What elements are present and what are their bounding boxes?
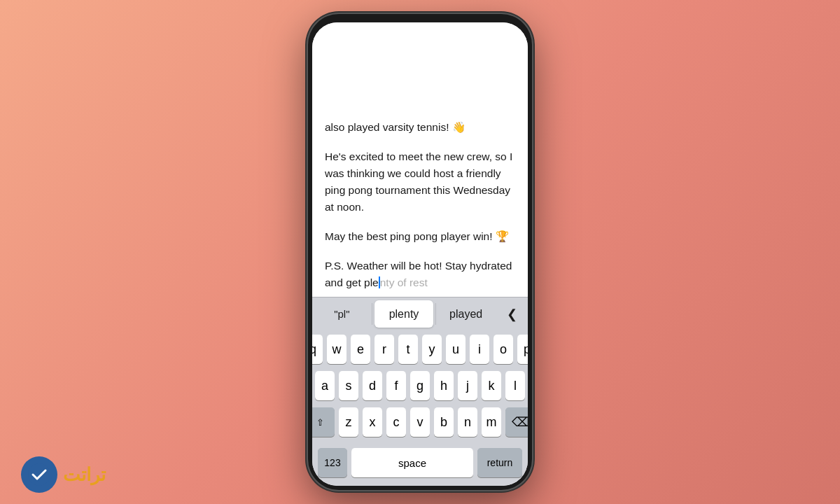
key-m[interactable]: m — [482, 407, 501, 437]
autocomplete-item-3[interactable]: played — [436, 298, 496, 330]
logo-text: تراتت — [63, 464, 106, 486]
autocomplete-item-1[interactable]: "pl" — [312, 298, 372, 330]
phone-container: also played varsity tennis! 👋 He's excit… — [294, 0, 546, 504]
key-c[interactable]: c — [386, 407, 406, 437]
phone-screen: also played varsity tennis! 👋 He's excit… — [312, 22, 528, 486]
message-paragraph-2: He's excited to meet the new crew, so I … — [325, 148, 515, 216]
keyboard-row-2: a s d f g h j k l — [315, 371, 525, 400]
key-space[interactable]: space — [351, 448, 473, 477]
key-l[interactable]: l — [505, 371, 525, 400]
keyboard-bottom-row: 123 space return — [315, 444, 525, 483]
key-n[interactable]: n — [458, 407, 477, 437]
keyboard: q w e r t y u i o p a s d f g — [312, 330, 528, 486]
key-d[interactable]: d — [363, 371, 382, 400]
key-a[interactable]: a — [315, 371, 335, 400]
autocomplete-item-2[interactable]: plenty — [374, 300, 434, 328]
message-paragraph-1: also played varsity tennis! 👋 — [325, 119, 515, 136]
key-w[interactable]: w — [327, 335, 346, 364]
key-v[interactable]: v — [410, 407, 430, 437]
key-b[interactable]: b — [434, 407, 454, 437]
key-shift[interactable]: ⇧ — [312, 407, 335, 437]
message-area: also played varsity tennis! 👋 He's excit… — [312, 22, 528, 297]
autocomplete-backspace[interactable]: ❮ — [496, 298, 528, 330]
key-backspace[interactable]: ⌫ — [505, 407, 528, 437]
autocomplete-divider-1 — [372, 303, 372, 325]
key-r[interactable]: r — [374, 335, 394, 364]
key-k[interactable]: k — [482, 371, 501, 400]
message-text-4: P.S. Weather will be hot! Stay hydrated … — [325, 260, 512, 288]
message-paragraph-4: P.S. Weather will be hot! Stay hydrated … — [325, 258, 515, 291]
key-g[interactable]: g — [410, 371, 430, 400]
backspace-icon: ❮ — [507, 307, 517, 322]
message-text-3: May the best ping pong player win! 🏆 — [325, 230, 509, 242]
key-j[interactable]: j — [458, 371, 477, 400]
key-h[interactable]: h — [434, 371, 454, 400]
key-return[interactable]: return — [477, 448, 522, 477]
key-o[interactable]: o — [493, 335, 513, 364]
key-q[interactable]: q — [312, 335, 323, 364]
autocomplete-bar: "pl" plenty played ❮ — [312, 297, 528, 330]
key-y[interactable]: y — [422, 335, 442, 364]
logo-icon — [21, 456, 57, 493]
message-paragraph-3: May the best ping pong player win! 🏆 — [325, 228, 515, 245]
phone-frame: also played varsity tennis! 👋 He's excit… — [308, 14, 532, 490]
key-z[interactable]: z — [339, 407, 358, 437]
key-u[interactable]: u — [446, 335, 465, 364]
key-i[interactable]: i — [470, 335, 489, 364]
autocomplete-ghost-text: nty of rest — [380, 276, 428, 288]
key-e[interactable]: e — [351, 335, 370, 364]
message-text-2: He's excited to meet the new crew, so I … — [325, 150, 512, 213]
key-f[interactable]: f — [386, 371, 406, 400]
logo-svg — [27, 463, 51, 486]
key-p[interactable]: p — [517, 335, 528, 364]
key-numbers[interactable]: 123 — [318, 448, 347, 477]
svg-point-0 — [28, 463, 50, 486]
message-text-1: also played varsity tennis! 👋 — [325, 121, 465, 133]
logo-area: تراتت — [21, 456, 106, 493]
key-s[interactable]: s — [339, 371, 358, 400]
key-x[interactable]: x — [363, 407, 382, 437]
keyboard-row-3: ⇧ z x c v b n m ⌫ — [315, 407, 525, 437]
key-t[interactable]: t — [398, 335, 418, 364]
keyboard-row-1: q w e r t y u i o p — [315, 335, 525, 364]
logo-text-part1: تراتت — [63, 464, 106, 485]
